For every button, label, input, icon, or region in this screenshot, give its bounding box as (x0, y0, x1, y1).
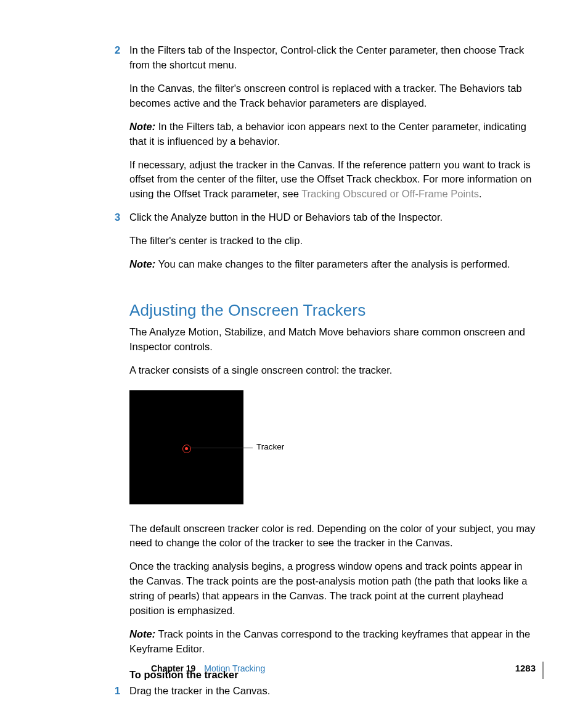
list-item: 3Click the Analyze button in the HUD or … (129, 210, 536, 272)
note-label: Note: (129, 121, 158, 132)
body-text: Once the tracking analysis begins, a pro… (129, 559, 536, 618)
page-number: 1283 (515, 662, 536, 675)
step-number: 1 (115, 684, 120, 699)
body-text: The Analyze Motion, Stabilize, and Match… (129, 325, 536, 355)
page-footer: Chapter 19 Motion Tracking 1283 (151, 662, 536, 675)
note-label: Note: (129, 628, 155, 639)
body-text: The default onscreen tracker color is re… (129, 522, 536, 551)
body-text: Click the Analyze button in the HUD or B… (129, 210, 536, 225)
note-label: Note: (129, 258, 158, 269)
body-text: Drag the tracker in the Canvas. (129, 684, 536, 699)
step-number: 3 (115, 210, 120, 225)
list-item: 1 Drag the tracker in the Canvas. (129, 684, 536, 699)
callout-line (191, 448, 253, 448)
note-text: Note: You can make changes to the filter… (129, 257, 536, 272)
step-number: 2 (115, 43, 120, 58)
figure: Tracker (129, 390, 536, 504)
body-text: In the Filters tab of the Inspector, Con… (129, 43, 536, 73)
note-text: Note: Track points in the Canvas corresp… (129, 627, 536, 657)
cross-reference-link[interactable]: Tracking Obscured or Off-Frame Points (301, 188, 479, 199)
body-text: If necessary, adjust the tracker in the … (129, 158, 536, 202)
page-content: 2In the Filters tab of the Inspector, Co… (0, 0, 588, 699)
chapter-label: Chapter 19 (151, 662, 195, 675)
footer-divider (542, 662, 544, 679)
body-text: The filter's center is tracked to the cl… (129, 234, 536, 248)
section-heading: Adjusting the Onscreen Trackers (129, 299, 536, 322)
list-item: 2In the Filters tab of the Inspector, Co… (129, 43, 536, 202)
body-text: In the Canvas, the filter's onscreen con… (129, 81, 536, 111)
note-body: Track points in the Canvas correspond to… (129, 628, 530, 654)
tracker-icon (182, 445, 191, 453)
body-text: A tracker consists of a single onscreen … (129, 363, 536, 378)
note-text: Note: In the Filters tab, a behavior ico… (129, 120, 536, 149)
callout-label: Tracker (256, 441, 284, 453)
chapter-title: Motion Tracking (204, 662, 265, 675)
